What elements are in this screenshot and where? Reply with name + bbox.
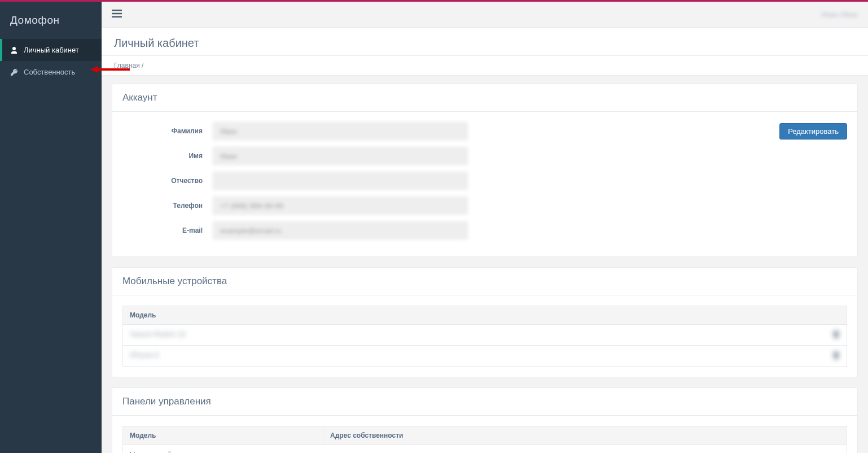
page-title: Личный кабинет [114,37,856,50]
firstname-label: Имя [122,152,213,160]
svg-rect-2 [112,16,122,18]
brand-logo: Домофон [0,2,102,39]
table-row: Нет записей [123,445,847,454]
sidebar-item-label: Собственность [24,68,75,76]
lastname-label: Фамилия [122,127,213,135]
devices-table: Модель Xiaomi Redmi 10 [122,306,847,367]
control-panels-table: Модель Адрес собственности Нет записей [122,426,847,453]
table-row: Xiaomi Redmi 10 [123,325,847,346]
main-content: Иван Иван Личный кабинет Главная / Аккау… [102,2,868,453]
svg-rect-1 [112,13,122,15]
devices-col-model: Модель [123,306,847,325]
device-model-cell: iPhone 6 [130,351,159,359]
account-panel-title: Аккаунт [112,84,857,112]
middlename-field[interactable] [213,172,468,190]
key-icon [10,68,18,76]
user-name-display[interactable]: Иван Иван [821,10,858,19]
panels-col-address: Адрес собственности [323,426,847,445]
hamburger-menu-icon[interactable] [112,9,122,20]
panels-empty-cell: Нет записей [123,445,847,454]
svg-rect-0 [112,10,122,11]
email-label: E-mail [122,226,213,234]
panels-col-model: Модель [123,426,323,445]
control-panels-title: Панели управления [112,388,857,416]
edit-button[interactable]: Редактировать [779,123,847,140]
table-row: iPhone 6 [123,346,847,367]
account-panel: Аккаунт Фамилия Редактировать Имя [112,84,858,257]
sidebar-item-label: Личный кабинет [24,46,79,54]
sidebar: Домофон Личный кабинет Собственность [0,2,102,453]
devices-panel: Мобильные устройства Модель Xiaomi Redmi… [112,267,858,377]
devices-panel-title: Мобильные устройства [112,268,857,295]
phone-field[interactable] [213,197,468,215]
user-icon [10,46,18,54]
middlename-label: Отчество [122,177,213,185]
device-model-cell: Xiaomi Redmi 10 [130,330,186,338]
firstname-field[interactable] [213,147,468,165]
page-heading: Личный кабинет [102,28,868,56]
control-panels-panel: Панели управления Модель Адрес собственн… [112,387,858,453]
lastname-field[interactable] [213,122,468,140]
topbar: Иван Иван [102,2,868,28]
breadcrumb: Главная / [102,56,868,76]
delete-device-button[interactable] [832,330,840,340]
sidebar-item-property[interactable]: Собственность [0,61,102,83]
email-field[interactable] [213,221,468,239]
sidebar-item-personal-cabinet[interactable]: Личный кабинет [0,39,102,61]
delete-device-button[interactable] [832,351,840,361]
phone-label: Телефон [122,202,213,210]
